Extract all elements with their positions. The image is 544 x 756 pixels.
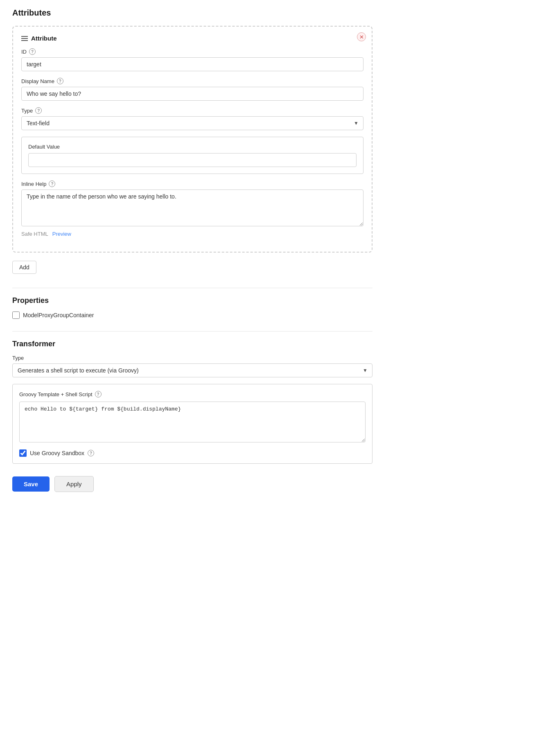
save-button[interactable]: Save [12,476,50,492]
page-title: Attributes [12,8,372,18]
type-select[interactable]: Text-field Text-area Boolean Integer Sel… [21,116,363,130]
model-proxy-checkbox-row: ModelProxyGroupContainer [12,311,372,319]
safe-html-label: Safe HTML [21,231,48,237]
model-proxy-checkbox[interactable] [12,311,20,319]
display-name-help-icon[interactable]: ? [57,78,63,84]
sandbox-checkbox-row: Use Groovy Sandbox ? [19,449,366,457]
drag-handle-icon[interactable] [21,36,28,41]
transformer-section: Transformer Type Generates a shell scrip… [12,340,372,464]
safe-html-row: Safe HTML Preview [21,231,363,237]
sandbox-label: Use Groovy Sandbox [30,450,84,456]
default-value-box: Default Value [21,137,363,174]
sandbox-help-icon[interactable]: ? [88,450,94,456]
transformer-type-select[interactable]: Generates a shell script to execute (via… [12,363,372,377]
divider-1 [12,288,372,288]
apply-button[interactable]: Apply [54,476,94,492]
display-name-input[interactable] [21,87,363,101]
id-input[interactable] [21,57,363,71]
groovy-label: Groovy Template + Shell Script ? [19,391,366,397]
display-name-field-group: Display Name ? [21,78,363,101]
transformer-type-select-wrapper: Generates a shell script to execute (via… [12,363,372,377]
card-header: Attribute [21,35,363,42]
groovy-box: Groovy Template + Shell Script ? echo He… [12,384,372,464]
add-button[interactable]: Add [12,261,36,274]
groovy-textarea[interactable]: echo Hello to ${target} from ${build.dis… [19,402,366,442]
type-field-group: Type ? Text-field Text-area Boolean Inte… [21,107,363,130]
model-proxy-label: ModelProxyGroupContainer [23,312,94,318]
type-label: Type ? [21,107,363,114]
card-title: Attribute [31,35,57,42]
transformer-type-label: Type [12,355,372,361]
groovy-help-icon[interactable]: ? [95,391,102,397]
type-help-icon[interactable]: ? [35,107,42,114]
divider-2 [12,331,372,332]
id-help-icon[interactable]: ? [29,48,36,55]
close-button[interactable]: ✕ [357,32,366,41]
preview-link[interactable]: Preview [52,231,71,237]
type-select-wrapper: Text-field Text-area Boolean Integer Sel… [21,116,363,130]
footer-actions: Save Apply [12,476,372,492]
transformer-title: Transformer [12,340,372,348]
properties-title: Properties [12,296,372,305]
properties-section: Properties ModelProxyGroupContainer [12,296,372,319]
default-value-label: Default Value [28,144,357,150]
inline-help-textarea[interactable]: Type in the name of the person who we ar… [21,190,363,226]
default-value-input[interactable] [28,153,357,167]
inline-help-help-icon[interactable]: ? [49,181,55,187]
display-name-label: Display Name ? [21,78,363,84]
sandbox-checkbox[interactable] [19,449,27,457]
inline-help-label: Inline Help ? [21,181,363,187]
id-label: ID ? [21,48,363,55]
attribute-card: Attribute ✕ ID ? Display Name ? Type ? T… [12,26,372,253]
transformer-type-group: Type Generates a shell script to execute… [12,355,372,377]
id-field-group: ID ? [21,48,363,71]
inline-help-field-group: Inline Help ? Type in the name of the pe… [21,181,363,237]
